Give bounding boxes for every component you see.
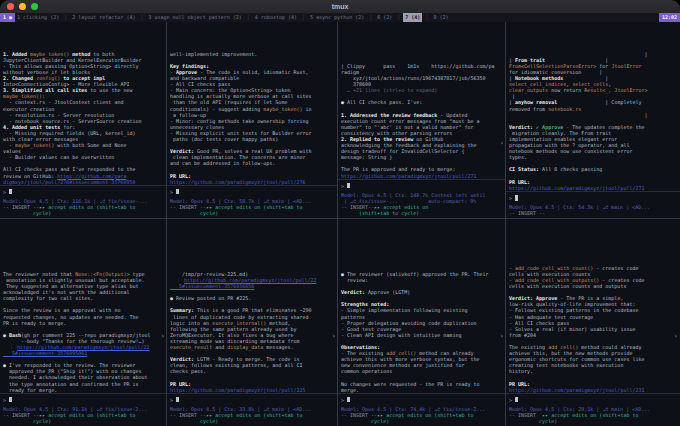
tmux-window-tab[interactable]: 3 usage null object pattern (2): [146, 13, 243, 22]
url-link[interactable]: https://github.com/para: [57, 173, 126, 179]
window-titlebar[interactable]: tmux: [0, 0, 680, 13]
prompt-input[interactable]: >: [0, 393, 166, 406]
pane-output: - add_code_cell_with_count() - creates c…: [506, 219, 680, 393]
text-segment: The reviewer noted that: [3, 271, 75, 277]
text-segment: now return: [548, 87, 584, 93]
text-segment: - Builder values can be overwritten: [3, 154, 114, 160]
text-segment: messages.: [263, 344, 293, 350]
prompt-input[interactable]: >: [338, 179, 505, 192]
text-cursor: [515, 195, 518, 201]
terminal-pane-4[interactable]: || From trait |From<CellSelectionParseEr…: [506, 22, 680, 218]
text-segment: maybe_token(): [30, 51, 69, 57]
tmux-window-tab[interactable]: 7 (4): [403, 13, 422, 22]
prompt-input[interactable]: >: [338, 393, 505, 406]
text-segment: with clear error messages: [3, 136, 78, 142]
pane-output: | Clippy pass 1m1s https://github.com/pa…: [338, 22, 505, 179]
text-segment: cycle): [341, 418, 389, 424]
text-segment: |: [545, 57, 608, 63]
text-segment: Model: Opus 4.5 | Ctx: 74.4k | ⎇ fix/iss…: [341, 406, 485, 412]
text-segment: --body "Thanks for the thorough review!……: [3, 338, 144, 344]
text-segment: All 8 checks passing: [539, 166, 602, 172]
text-segment: cycle): [509, 418, 557, 424]
url-link[interactable]: https://github.com/paradigmxyz/jtool/pul…: [170, 387, 305, 393]
text-segment: annotation is slightly unusual but accep…: [3, 277, 144, 283]
text-segment: 378600: [341, 81, 371, 87]
text-segment: without verbose if let blocks: [3, 69, 90, 75]
text-segment: to accept impl: [60, 75, 105, 81]
terminal-pane-5[interactable]: The reviewer noted that None::<Fn(Output…: [0, 219, 166, 426]
text-segment: needed. I acknowledged their observation…: [3, 374, 148, 380]
url-link[interactable]: https://github.com/paradigmxyz/jtool/pul…: [509, 185, 644, 191]
terminal-pane-3[interactable]: | Clippy pass 1m1s https://github.com/pa…: [338, 22, 505, 218]
text-segment: Verdict:: [170, 356, 194, 362]
text-segment: and can be addressed in follow-ups.: [170, 160, 275, 166]
text-cursor: [9, 189, 12, 195]
pane-statusline: Model: Opus 4.5 | Ctx: 91.1k | ⎇ fix/iss…: [0, 406, 166, 426]
text-segment: -- INSERT --: [509, 210, 545, 216]
prompt-input[interactable]: >: [167, 185, 337, 198]
terminal-line: cycle): [509, 418, 677, 424]
text-segment: JupyterClientBuilder and KernelExecutorB…: [3, 57, 141, 63]
text-segment: All CI checks pass. I've:: [347, 99, 422, 105]
pane-scroll-arrow: ›: [500, 333, 504, 339]
text-segment: select_cells: [572, 81, 608, 87]
text-segment: clear_outputs: [509, 87, 548, 93]
tmux-window-tab[interactable]: 8 (2): [431, 13, 450, 22]
text-segment: achieve this, but the new methods provid…: [509, 350, 632, 356]
tmux-window-tab[interactable]: 6 (2): [375, 13, 394, 22]
url-link[interactable]: https://github.com/paradigmxyz/jtool/pul…: [509, 387, 644, 393]
text-segment: … +21 lines (ctrl+o to expand): [341, 87, 437, 93]
prompt-input[interactable]: >: [0, 185, 166, 198]
pane-output: || From trait |From<CellSelectionParseEr…: [506, 22, 680, 191]
text-segment: CI Status:: [509, 166, 539, 172]
terminal-line: cycle): [3, 418, 163, 424]
text-segment: ▸▸ accept edits on (shift+tab to: [377, 412, 473, 418]
tmux-window-tab[interactable]: 2 layout refactor (4): [70, 13, 137, 22]
text-segment: logic into an: [170, 320, 212, 326]
terminal-line: cycle): [170, 418, 334, 424]
url-link[interactable]: digmxyz/jtool/pull/276#issuecomment-3576…: [3, 179, 135, 185]
text-segment: - The updates complete the: [563, 124, 644, 130]
terminal-pane-6[interactable]: /tmp/pr-review-225.md) ⎿ https://github.…: [167, 219, 337, 426]
text-segment: 3. Simplified all call sites: [3, 87, 87, 93]
url-link[interactable]: https://github.com/paradigmxyz/jtool/pul…: [184, 277, 316, 283]
tmux-window-tab[interactable]: 4 robostop (4): [253, 13, 299, 22]
text-segment: merge.: [341, 387, 359, 393]
text-segment: and backward compatible: [170, 75, 239, 81]
tmux-window-tab[interactable]: 1 clicking (2): [15, 13, 61, 22]
terminal-pane-8[interactable]: - add_code_cell_with_count() - creates c…: [506, 219, 680, 426]
pane-statusline: Model: Opus 4.5 | Ctx: 116.1k | ⎇ fix/is…: [0, 198, 166, 218]
terminal-pane-1[interactable]: 1. Added maybe_token() method to bothJup…: [0, 22, 166, 218]
terminal-pane-7[interactable]: ● The reviewer (salivkoff) approved the …: [338, 219, 505, 426]
window-separator: │: [244, 13, 253, 22]
pane-scroll-arrow: ›: [161, 333, 165, 339]
text-segment: (shift+tab to cycle): [341, 210, 419, 216]
text-segment: method could already: [578, 344, 641, 350]
text-segment: execute_internal(): [212, 320, 266, 326]
text-segment: |: [563, 75, 608, 81]
tmux-window-tab[interactable]: 5 async python (2): [308, 13, 366, 22]
text-segment: maybe_token(): [263, 106, 302, 112]
text-segment: Since the review is an approval with no: [3, 307, 120, 313]
text-segment: common operations: [341, 368, 392, 374]
text-segment: streaming mode was discarding metadata f…: [170, 338, 299, 344]
text-segment: Good PR, solves a real UX problem with: [194, 148, 311, 154]
window-separator: │: [366, 13, 375, 22]
text-segment: Key findings:: [170, 63, 209, 69]
text-segment: paths (doc tests cover happy paths): [170, 136, 278, 142]
prompt-input[interactable]: >: [506, 191, 680, 204]
text-segment: values: [3, 148, 21, 154]
pane-statusline: Model: Opus 4.5 | Ctx: 74.4k | ⎇ fix/iss…: [338, 406, 505, 426]
prompt-input[interactable]: >: [167, 393, 337, 406]
url-link[interactable]: https://github.com/paradigmxyz/jtool/pul…: [17, 344, 149, 350]
text-segment: - creates code: [593, 265, 638, 271]
terminal-pane-2[interactable]: well-implemented improvement. Key findin…: [167, 22, 337, 218]
prompt-input[interactable]: >: [506, 393, 680, 406]
text-segment: JtoolError: [611, 63, 641, 69]
url-link[interactable]: https://github.com/paradigmxyz/jtool/pul…: [170, 179, 305, 185]
text-segment: radigm: [341, 69, 359, 75]
url-link[interactable]: 5#issuecomment-3576095061: [3, 350, 87, 356]
url-link[interactable]: https://github.com/paradigmxyz/jtool/pul…: [341, 173, 476, 179]
text-segment: acknowledging the feedback and explainin…: [341, 142, 476, 148]
url-link[interactable]: 5#issuecomment-3576056656: [170, 283, 254, 289]
